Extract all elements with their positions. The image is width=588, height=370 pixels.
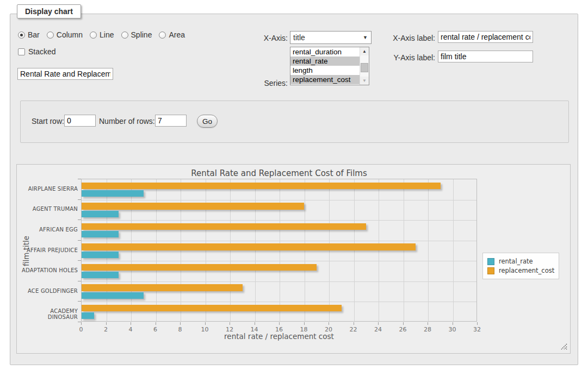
scrollbar-track[interactable] — [360, 55, 369, 77]
num-rows-input[interactable] — [155, 115, 187, 127]
chart-type-label-spline: Spline — [131, 30, 152, 39]
y-tick-mark — [78, 240, 81, 241]
series-option-rental_rate[interactable]: rental_rate — [290, 57, 360, 66]
bar-rental_rate-academy-dinosaur — [82, 312, 94, 319]
radio-icon[interactable] — [47, 32, 54, 39]
scroll-up-button[interactable]: ▲ — [360, 47, 369, 55]
legend-label-rental_rate: rental_rate — [499, 258, 533, 265]
x-tick-mark — [304, 322, 305, 325]
bar-rental_rate-ace-goldfinger — [82, 292, 144, 299]
bar-rental_rate-affair-prejudice — [82, 252, 119, 258]
chart-type-group: BarColumnLineSplineArea — [18, 30, 185, 39]
chart-plot-area — [81, 179, 477, 322]
x-tick-label: 20 — [320, 326, 337, 333]
x-tick-label: 4 — [122, 326, 139, 333]
display-chart-panel: Display chart BarColumnLineSplineArea St… — [10, 14, 578, 365]
legend-item-replacement_cost: replacement_cost — [487, 267, 554, 274]
radio-icon[interactable] — [121, 32, 128, 39]
series-listbox[interactable]: rental_durationrental_ratelengthreplacem… — [290, 47, 369, 85]
x-tick-mark — [106, 322, 107, 325]
x-axis-label-input[interactable] — [438, 31, 533, 43]
x-tick-label: 2 — [98, 326, 114, 333]
y-category-label: AFRICAN EGG — [21, 227, 78, 233]
series-scrollbar[interactable]: ▲ ▼ — [360, 47, 369, 85]
chart-type-column[interactable]: Column — [47, 30, 83, 39]
bar-replacement_cost-agent-truman — [82, 203, 304, 210]
x-tick-label: 6 — [147, 326, 164, 333]
legend-label-replacement_cost: replacement_cost — [499, 267, 554, 274]
gridline — [82, 220, 476, 221]
bar-replacement_cost-academy-dinosaur — [82, 305, 342, 312]
radio-icon[interactable] — [90, 32, 97, 39]
x-tick-mark — [354, 322, 354, 325]
rows-panel: Start row: Number of rows: Go — [20, 101, 569, 143]
radio-icon[interactable] — [18, 32, 25, 39]
series-options: rental_durationrental_ratelengthreplacem… — [290, 47, 360, 85]
x-tick-mark — [329, 322, 329, 325]
stacked-label: Stacked — [28, 47, 56, 56]
bar-rental_rate-agent-truman — [82, 211, 119, 217]
x-tick-label: 24 — [370, 326, 386, 333]
radio-icon[interactable] — [159, 32, 166, 39]
x-tick-mark — [428, 322, 428, 325]
bar-replacement_cost-african-egg — [82, 223, 366, 230]
stacked-checkbox[interactable] — [18, 48, 25, 55]
chart-type-bar[interactable]: Bar — [18, 30, 40, 39]
x-tick-label: 10 — [197, 326, 213, 333]
gridline — [428, 179, 429, 321]
x-axis-field-label: X-Axis: — [233, 34, 288, 42]
x-axis-select[interactable]: title ▼ — [290, 31, 372, 44]
y-category-label: AFFAIR PREJUDICE — [21, 247, 78, 253]
stacked-checkbox-row[interactable]: Stacked — [18, 47, 56, 56]
x-axis-selected-value: title — [293, 33, 305, 42]
x-tick-label: 32 — [469, 326, 485, 333]
bar-rental_rate-airplane-sierra — [82, 190, 144, 197]
x-tick-label: 26 — [395, 326, 411, 333]
gridline — [82, 200, 476, 200]
chart-type-label-line: Line — [100, 30, 114, 39]
go-button[interactable]: Go — [197, 115, 218, 128]
scrollbar-thumb[interactable] — [361, 63, 368, 72]
bar-rental_rate-african-egg — [82, 231, 119, 237]
chart-title-input[interactable] — [17, 68, 113, 80]
x-tick-mark — [230, 322, 230, 325]
bar-replacement_cost-ace-goldfinger — [82, 284, 243, 291]
chart-type-line[interactable]: Line — [90, 30, 114, 39]
y-tick-mark — [78, 199, 81, 200]
x-tick-label: 18 — [296, 326, 312, 333]
legend-item-rental_rate: rental_rate — [487, 258, 554, 265]
gridline — [82, 281, 476, 282]
start-row-label: Start row: — [32, 117, 64, 126]
y-tick-mark — [78, 281, 81, 281]
series-option-rental_duration[interactable]: rental_duration — [290, 47, 360, 57]
x-tick-mark — [378, 322, 379, 325]
bar-replacement_cost-airplane-sierra — [82, 183, 441, 190]
legend-swatch-rental_rate — [487, 258, 494, 265]
x-tick-label: 22 — [345, 326, 362, 333]
x-tick-mark — [477, 322, 478, 325]
x-tick-label: 28 — [419, 326, 436, 333]
x-tick-mark — [453, 322, 453, 325]
x-axis-label-field-label: X-Axis label: — [381, 34, 435, 42]
chevron-down-icon: ▼ — [363, 35, 368, 40]
scroll-down-button[interactable]: ▼ — [360, 77, 369, 85]
x-tick-label: 12 — [221, 326, 238, 333]
resize-handle-icon[interactable] — [561, 343, 567, 350]
x-tick-label: 14 — [246, 326, 263, 333]
chart-type-spline[interactable]: Spline — [121, 30, 152, 39]
chart-type-area[interactable]: Area — [159, 30, 185, 39]
x-tick-mark — [180, 322, 181, 325]
series-option-replacement_cost[interactable]: replacement_cost — [290, 75, 360, 84]
num-rows-label: Number of rows: — [99, 117, 155, 126]
x-tick-mark — [403, 322, 404, 325]
y-category-label: AGENT TRUMAN — [21, 206, 78, 212]
series-option-length[interactable]: length — [290, 66, 360, 75]
start-row-input[interactable] — [64, 115, 96, 127]
y-category-label: ADAPTATION HOLES — [21, 267, 78, 273]
gridline — [82, 241, 476, 241]
x-tick-label: 30 — [444, 326, 461, 333]
y-tick-mark — [78, 179, 81, 179]
y-axis-label-input[interactable] — [438, 51, 533, 62]
x-tick-mark — [156, 322, 156, 325]
x-tick-mark — [81, 322, 82, 325]
